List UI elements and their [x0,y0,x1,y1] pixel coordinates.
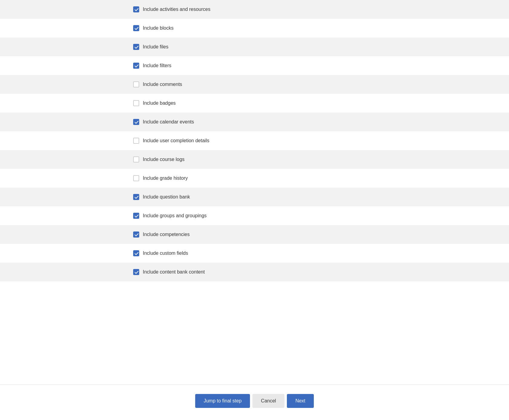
checkbox-label-comments[interactable]: Include comments [133,81,182,87]
checkbox-grade-history[interactable] [133,175,139,181]
checkbox-competencies[interactable] [133,231,139,238]
checklist-row-comments: Include comments [0,75,509,94]
checkbox-text-badges: Include badges [143,100,176,106]
checklist-row-files: Include files [0,38,509,56]
checkbox-text-activities: Include activities and resources [143,7,210,12]
checkbox-label-logs[interactable]: Include course logs [133,156,185,162]
checkbox-label-grade-history[interactable]: Include grade history [133,175,188,181]
checkbox-label-completion[interactable]: Include user completion details [133,138,209,144]
checklist-row-content-bank: Include content bank content [0,263,509,281]
checkbox-label-calendar[interactable]: Include calendar events [133,119,194,125]
page-container: Include activities and resourcesInclude … [0,0,509,420]
checkbox-text-custom-fields: Include custom fields [143,251,188,256]
checkbox-text-blocks: Include blocks [143,25,173,31]
next-button[interactable]: Next [287,394,314,408]
checkbox-label-custom-fields[interactable]: Include custom fields [133,250,188,256]
checkbox-label-groups[interactable]: Include groups and groupings [133,213,207,219]
checkbox-label-files[interactable]: Include files [133,44,169,50]
checkbox-label-filters[interactable]: Include filters [133,63,171,69]
checkbox-blocks[interactable] [133,25,139,31]
cancel-button[interactable]: Cancel [252,394,284,408]
checkbox-content-bank[interactable] [133,269,139,275]
checkbox-text-content-bank: Include content bank content [143,269,205,275]
checklist-row-grade-history: Include grade history [0,169,509,188]
checkbox-label-activities[interactable]: Include activities and resources [133,6,210,12]
checkbox-text-competencies: Include competencies [143,232,190,237]
checkbox-calendar[interactable] [133,119,139,125]
checkbox-label-badges[interactable]: Include badges [133,100,176,106]
checkbox-text-grade-history: Include grade history [143,176,188,181]
checkbox-label-blocks[interactable]: Include blocks [133,25,173,31]
checkbox-text-comments: Include comments [143,82,182,87]
checkbox-files[interactable] [133,44,139,50]
checkbox-question-bank[interactable] [133,194,139,200]
checklist-row-question-bank: Include question bank [0,188,509,206]
checkbox-text-groups: Include groups and groupings [143,213,207,218]
checkbox-label-competencies[interactable]: Include competencies [133,231,190,238]
checkbox-filters[interactable] [133,63,139,69]
jump-to-final-button[interactable]: Jump to final step [195,394,250,408]
checkbox-comments[interactable] [133,81,139,87]
checklist-row-competencies: Include competencies [0,225,509,244]
checklist-row-completion: Include user completion details [0,131,509,150]
checkbox-text-completion: Include user completion details [143,138,209,143]
footer: Jump to final step Cancel Next [0,385,509,420]
checkbox-label-content-bank[interactable]: Include content bank content [133,269,205,275]
checklist-row-groups: Include groups and groupings [0,206,509,225]
checkbox-badges[interactable] [133,100,139,106]
checklist-row-blocks: Include blocks [0,19,509,38]
checkbox-text-files: Include files [143,44,169,50]
checklist-row-logs: Include course logs [0,150,509,169]
checkbox-text-question-bank: Include question bank [143,194,190,200]
checkbox-text-filters: Include filters [143,63,171,68]
checkbox-groups[interactable] [133,213,139,219]
checklist: Include activities and resourcesInclude … [0,0,509,382]
checklist-row-badges: Include badges [0,94,509,113]
checkbox-custom-fields[interactable] [133,250,139,256]
checkbox-label-question-bank[interactable]: Include question bank [133,194,190,200]
checklist-row-custom-fields: Include custom fields [0,244,509,263]
checkbox-activities[interactable] [133,6,139,12]
checkbox-text-calendar: Include calendar events [143,119,194,125]
checklist-row-filters: Include filters [0,56,509,75]
checkbox-logs[interactable] [133,156,139,162]
checkbox-completion[interactable] [133,138,139,144]
checklist-row-calendar: Include calendar events [0,113,509,131]
checklist-row-activities: Include activities and resources [0,0,509,19]
checkbox-text-logs: Include course logs [143,157,185,162]
